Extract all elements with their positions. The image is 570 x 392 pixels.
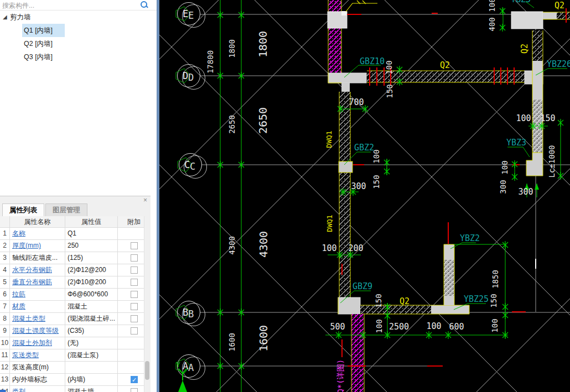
tree-item-q3[interactable]: Q3 [内墙]	[22, 50, 65, 64]
app-window: E E D D C C B B	[0, 0, 570, 392]
extra-checkbox[interactable]	[131, 254, 138, 262]
dim-1600-small: 1600	[227, 333, 236, 352]
window-edge-accent	[0, 390, 6, 392]
table-row: 3 轴线距左墙皮... (125)	[0, 252, 151, 264]
label-q2-right-wall: Q2	[520, 44, 530, 54]
dim-150-grid-d: 150	[385, 84, 394, 98]
prop-name[interactable]: 类别	[10, 386, 65, 392]
prop-value[interactable]: Q1	[65, 228, 118, 239]
prop-value[interactable]: (混凝土泵)	[65, 349, 118, 361]
prop-name[interactable]: 混凝土强度等级	[10, 325, 65, 337]
extra-checkbox-checked[interactable]	[131, 376, 138, 383]
tree-expander-icon[interactable]: ◢	[3, 11, 7, 24]
table-row: 2 厚度(mm) 250	[0, 240, 151, 252]
prop-name[interactable]: 名称	[10, 228, 65, 239]
extra-checkbox[interactable]	[131, 327, 138, 334]
dim-lc-1000: Lc±1000	[547, 145, 556, 177]
extra-checkbox[interactable]	[131, 388, 138, 392]
prop-name[interactable]: 泵送类型	[10, 349, 65, 361]
prop-name[interactable]: 混凝土类型	[10, 313, 65, 325]
tab-property-list[interactable]: 属性列表	[2, 203, 44, 216]
label-gbz10: GBZ10	[360, 56, 385, 66]
prop-name[interactable]: 泵送高度(m)	[10, 362, 65, 373]
wall-ybz25-vertical[interactable]	[444, 244, 454, 305]
search-bar[interactable]: 搜索构件...	[0, 0, 157, 11]
prop-value[interactable]: Φ6@600*600	[65, 289, 118, 300]
extra-checkbox[interactable]	[131, 242, 138, 249]
search-icon[interactable]	[141, 1, 148, 8]
table-row: 6 拉筋 Φ6@600*600	[0, 289, 151, 301]
tree-item-q2[interactable]: Q2 [内墙]	[22, 37, 65, 50]
dim-100-ybz25: 100	[490, 318, 499, 332]
prop-name[interactable]: 水平分布钢筋	[10, 264, 65, 276]
column-block-top[interactable]	[328, 11, 347, 28]
close-icon[interactable]: ×	[143, 197, 147, 203]
prop-value[interactable]: (2)Φ12@200	[65, 264, 118, 276]
prop-value[interactable]: 250	[65, 240, 118, 252]
wall-wq-bottom-magenta[interactable]	[351, 314, 364, 392]
prop-value[interactable]: (无)	[65, 337, 118, 349]
prop-name[interactable]: 内/外墙标志	[10, 374, 65, 385]
table-row: 1 名称 Q1	[0, 228, 151, 240]
grid-label-c: C	[184, 159, 190, 170]
vertical-scrollbar[interactable]	[144, 216, 151, 392]
col-header-value: 属性值	[65, 216, 118, 227]
dim-300-right-bottom: 300	[518, 187, 533, 197]
extra-checkbox[interactable]	[131, 291, 138, 298]
panel-splitter[interactable]	[157, 0, 159, 392]
dim-1800-big: 1800	[256, 31, 270, 58]
dim-100-right: 100	[516, 113, 531, 123]
dim-2650-big: 2650	[256, 107, 270, 134]
extra-checkbox[interactable]	[131, 279, 138, 286]
prop-name[interactable]: 拉筋	[10, 289, 65, 300]
table-row: 10 混凝土外加剂 (无)	[0, 337, 151, 349]
column-block-top-right[interactable]	[511, 12, 543, 29]
prop-name[interactable]: 材质	[10, 301, 65, 312]
prop-value[interactable]: (现浇混凝土碎...	[65, 313, 118, 325]
dim-2650-small: 2650	[227, 115, 236, 134]
dim-1600-big: 1600	[257, 325, 270, 352]
dim-100-grid-d: 100	[385, 60, 393, 74]
wall-dwq1-top-magenta[interactable]	[328, 0, 341, 73]
label-dwq1-lower: DWQ1	[325, 215, 334, 232]
extra-checkbox[interactable]	[131, 303, 138, 310]
table-row: 11 泵送类型 (混凝土泵)	[0, 349, 151, 362]
prop-value[interactable]	[65, 362, 118, 373]
dim-700: 700	[349, 97, 364, 107]
dim-17800-total: 17800	[206, 50, 215, 74]
dim-600: 600	[449, 322, 464, 332]
table-row: 13 内/外墙标志 (内墙)	[0, 374, 151, 386]
scrollbar-thumb[interactable]	[145, 361, 149, 380]
tree-node-shearwall[interactable]: ◢ 剪力墙	[0, 11, 151, 24]
wall-dwq1-vertical[interactable]	[339, 92, 350, 305]
component-navigator-panel: 搜索构件... ◢ 剪力墙 Q1 [内墙] Q2 [内墙] Q3 [内墙] × …	[0, 0, 157, 392]
dim-150-grid-b: 150	[374, 294, 383, 307]
prop-name[interactable]: 厚度(mm)	[10, 240, 65, 252]
dim-150-right: 150	[540, 113, 555, 123]
search-input[interactable]: 搜索构件...	[2, 1, 34, 11]
label-dwq1-upper: DWQ1	[325, 130, 333, 148]
label-wq-detail: WQ*(详图)	[336, 359, 345, 392]
prop-value[interactable]: (C35)	[65, 325, 118, 337]
extra-checkbox[interactable]	[131, 315, 138, 322]
tab-layer-manage[interactable]: 图层管理	[45, 203, 87, 216]
grid-label-b: B	[183, 307, 188, 318]
prop-value[interactable]: (2)Φ10@200	[65, 276, 118, 288]
dim-4300-small: 4300	[227, 236, 236, 255]
tree-item-q1[interactable]: Q1 [内墙]	[22, 24, 65, 37]
table-header-row: 属性名称 属性值 附加	[0, 216, 151, 228]
properties-table: 属性名称 属性值 附加 1 名称 Q1 2 厚度(mm) 250	[0, 216, 151, 392]
grid-label-b-ghost: B	[188, 309, 194, 320]
prop-value[interactable]: (内墙)	[65, 374, 118, 385]
prop-value[interactable]: (125)	[65, 252, 118, 264]
table-row: 7 材质 混凝土	[0, 301, 151, 313]
prop-value[interactable]: 混凝土	[65, 301, 118, 312]
prop-name[interactable]: 轴线距左墙皮...	[10, 252, 65, 264]
wall-corner-bottom-left[interactable]	[338, 297, 360, 314]
prop-name[interactable]: 混凝土外加剂	[10, 337, 65, 349]
prop-value[interactable]: 混凝土墙	[65, 386, 118, 392]
label-ybz2: YBZ2	[460, 233, 480, 243]
dim-200-wall: 200	[348, 243, 363, 253]
extra-checkbox[interactable]	[131, 266, 138, 274]
prop-name[interactable]: 垂直分布钢筋	[10, 276, 65, 288]
